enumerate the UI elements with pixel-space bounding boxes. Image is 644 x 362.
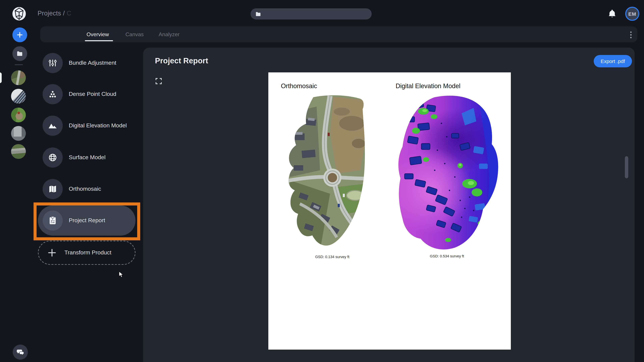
project-thumbnail-2[interactable] <box>11 89 26 104</box>
projects-folder-button[interactable] <box>12 46 27 61</box>
sidebar-item-label: Orthomosaic <box>69 186 101 192</box>
report-section-orthomosaic: Orthomosaic <box>277 82 388 350</box>
app-root: Projects / C EM Overview Canvas Analyzer <box>0 0 644 362</box>
sidebar-item-label: Project Report <box>69 217 105 224</box>
sidebar-item-label: Digital Elevation Model <box>69 122 127 129</box>
transform-product-button[interactable]: Transform Product <box>38 241 136 265</box>
point-cloud-icon <box>42 84 63 104</box>
active-tab-underline <box>85 40 113 41</box>
active-project-indicator <box>0 72 2 83</box>
sliders-icon <box>42 53 63 73</box>
breadcrumb[interactable]: Projects / C <box>38 10 71 17</box>
project-thumbnail-1[interactable] <box>11 70 26 85</box>
sidebar-item-label: Bundle Adjustment <box>69 60 116 66</box>
breadcrumb-text: Projects / <box>38 10 65 17</box>
page-title: Project Report <box>155 56 208 65</box>
breadcrumb-faded-text: C <box>66 10 71 17</box>
gsd-caption: GSD: 0.134 survey ft <box>315 255 349 259</box>
sidebar-item-orthomosaic[interactable]: Orthomosaic <box>42 179 101 199</box>
sidebar-item-project-report[interactable]: Project Report <box>42 211 105 231</box>
new-project-button[interactable] <box>12 27 27 42</box>
sidebar-item-dense-point-cloud[interactable]: Dense Point Cloud <box>42 84 116 104</box>
tab-overview[interactable]: Overview <box>86 26 109 42</box>
project-thumbnail-3[interactable] <box>11 108 26 122</box>
sidebar-item-label: Surface Model <box>69 154 106 161</box>
section-title: Digital Elevation Model <box>396 82 460 90</box>
avatar[interactable]: EM <box>625 7 639 21</box>
report-page: Orthomosaic <box>268 72 511 350</box>
tab-analyzer[interactable]: Analyzer <box>159 26 180 42</box>
folder-icon <box>256 11 261 16</box>
tab-canvas[interactable]: Canvas <box>126 26 144 42</box>
support-chat-button[interactable] <box>13 345 28 360</box>
plus-icon <box>48 248 56 257</box>
dem-image <box>394 93 500 252</box>
report-panel: Project Report Export .pdf Orthomosaic <box>143 48 634 362</box>
tab-analyzer-label: Analyzer <box>159 31 180 37</box>
clipboard-icon <box>42 211 63 231</box>
map-icon <box>42 179 63 199</box>
sidebar-item-bundle-adjustment[interactable]: Bundle Adjustment <box>42 53 116 73</box>
sidebar-item-digital-elevation-model[interactable]: Digital Elevation Model <box>42 116 127 136</box>
mountains-icon <box>42 116 63 136</box>
mouse-cursor <box>119 271 124 278</box>
project-thumbnail-4[interactable] <box>11 126 26 141</box>
export-pdf-button[interactable]: Export .pdf <box>594 55 632 67</box>
tab-overview-label: Overview <box>86 31 109 37</box>
project-thumbnail-5[interactable] <box>11 144 26 159</box>
section-title: Orthomosaic <box>281 82 317 90</box>
transform-product-label: Transform Product <box>64 249 111 256</box>
avatar-initials: EM <box>628 11 636 16</box>
report-section-dem: Digital Elevation Model <box>392 82 502 350</box>
plus-icon <box>16 31 23 38</box>
notifications-bell-icon[interactable] <box>608 9 616 18</box>
rail-divider <box>15 64 23 65</box>
sidebar-item-label: Dense Point Cloud <box>69 91 116 97</box>
globe-icon <box>42 147 63 168</box>
orthomosaic-image <box>280 93 385 253</box>
scrollbar-thumb[interactable] <box>625 156 628 178</box>
chat-bubbles-icon <box>16 349 24 356</box>
app-logo-icon[interactable] <box>12 7 26 21</box>
sidebar-item-surface-model[interactable]: Surface Model <box>42 147 106 168</box>
folder-icon <box>17 51 23 56</box>
gsd-caption: GSD: 0.534 survey ft <box>430 254 464 258</box>
project-search-bar[interactable] <box>250 8 372 19</box>
more-options-kebab-icon[interactable] <box>628 31 634 39</box>
tab-canvas-label: Canvas <box>126 31 144 37</box>
fullscreen-icon[interactable] <box>155 78 162 84</box>
tab-bar: Overview Canvas Analyzer <box>40 26 637 42</box>
